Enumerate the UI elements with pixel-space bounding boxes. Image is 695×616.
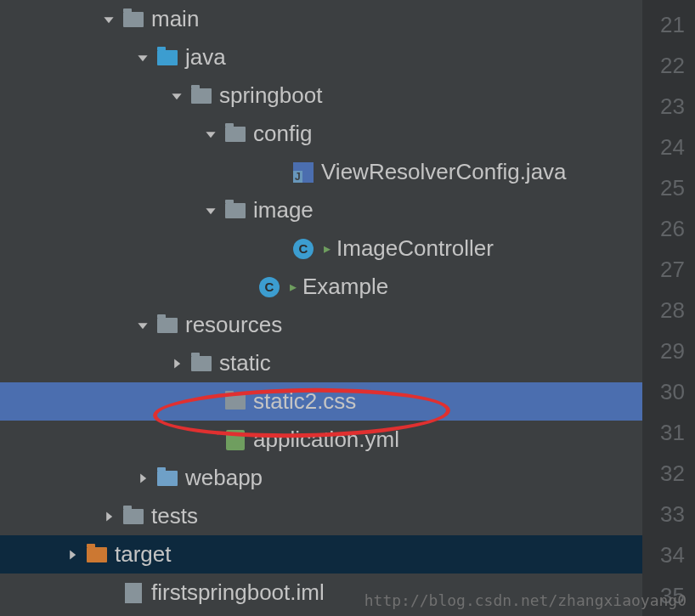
line-number: 25: [642, 167, 695, 208]
runnable-badge-icon: ▸: [321, 243, 333, 255]
expand-arrow-icon[interactable]: [168, 355, 185, 372]
tree-item-label: java: [185, 44, 226, 71]
resources-folder-icon: [156, 314, 178, 336]
tree-item[interactable]: config: [0, 115, 642, 153]
tree-item[interactable]: webapp: [0, 459, 642, 497]
expand-arrow-icon[interactable]: [168, 88, 185, 105]
arrow-spacer: [236, 279, 253, 296]
tree-item[interactable]: static: [0, 344, 642, 382]
tree-item-label: static: [219, 350, 271, 376]
line-number: 24: [642, 127, 695, 167]
package-folder-icon: [190, 353, 212, 375]
tree-item[interactable]: java: [0, 38, 642, 76]
line-number: 23: [642, 86, 695, 127]
arrow-spacer: [270, 240, 287, 257]
tree-item-label: ViewResolverConfig.java: [321, 159, 567, 185]
tree-item-label: config: [253, 121, 312, 147]
expand-arrow-icon[interactable]: [202, 202, 219, 219]
package-folder-icon: [190, 85, 212, 107]
tree-item[interactable]: image: [0, 191, 642, 229]
tree-item-label: static2.css: [253, 388, 356, 415]
project-tree-panel: mainjavaspringbootconfigViewResolverConf…: [0, 0, 642, 616]
line-number: 22: [642, 45, 695, 86]
tree-item[interactable]: tests: [0, 497, 642, 535]
line-number: 21: [642, 4, 695, 45]
tree-item[interactable]: application.yml: [0, 421, 642, 459]
webapp-folder-icon: [156, 467, 178, 489]
iml-file-icon: [122, 582, 144, 604]
folder-icon: [122, 8, 144, 31]
tree-item-label: firstspringboot.iml: [151, 579, 325, 606]
line-number: 27: [642, 249, 695, 290]
package-folder-icon: [224, 200, 246, 222]
tree-item-label: application.yml: [253, 427, 399, 453]
arrow-spacer: [270, 164, 287, 181]
yaml-file-icon: [224, 429, 246, 451]
expand-arrow-icon[interactable]: [100, 508, 117, 525]
line-number: 33: [642, 494, 695, 534]
java-file-icon: [292, 161, 314, 184]
expand-arrow-icon[interactable]: [64, 546, 81, 563]
folder-icon: [122, 506, 144, 528]
tree-item[interactable]: C▸ImageController: [0, 229, 642, 268]
tree-item-label: webapp: [185, 465, 263, 491]
tree-item[interactable]: static2.css: [0, 382, 642, 421]
expand-arrow-icon[interactable]: [100, 11, 117, 28]
line-number: 29: [642, 331, 695, 371]
tree-item[interactable]: main: [0, 0, 642, 38]
tree-item-label: resources: [185, 312, 282, 338]
arrow-spacer: [202, 432, 219, 449]
tree-item[interactable]: springboot: [0, 76, 642, 115]
expand-arrow-icon[interactable]: [134, 470, 151, 487]
line-number: 28: [642, 290, 695, 331]
tree-item[interactable]: target: [0, 535, 642, 574]
expand-arrow-icon[interactable]: [202, 126, 219, 143]
java-folder-icon: [156, 47, 178, 69]
tree-item-label: main: [151, 6, 199, 32]
tree-item-label: target: [115, 541, 172, 568]
tree-item[interactable]: C▸Example: [0, 268, 642, 306]
tree-item-label: springboot: [219, 82, 322, 109]
tree-item-label: tests: [151, 503, 198, 529]
tree-item-label: image: [253, 197, 314, 223]
line-number: 26: [642, 208, 695, 249]
watermark: http://blog.csdn.net/zhangxiaoyang0: [364, 591, 687, 609]
package-folder-icon: [224, 391, 246, 413]
line-number: 32: [642, 453, 695, 494]
arrow-spacer: [100, 585, 117, 602]
runnable-badge-icon: ▸: [287, 281, 299, 293]
line-number: 30: [642, 371, 695, 412]
line-number: 31: [642, 412, 695, 453]
package-folder-icon: [224, 123, 246, 145]
expand-arrow-icon[interactable]: [134, 317, 151, 334]
target-folder-icon: [86, 544, 108, 566]
tree-item[interactable]: resources: [0, 306, 642, 344]
expand-arrow-icon[interactable]: [134, 49, 151, 66]
runnable-class-icon: C: [258, 276, 280, 298]
editor-gutter: 212223242526272829303132333435: [642, 0, 695, 616]
arrow-spacer: [202, 393, 219, 410]
tree-item-label: Example: [302, 274, 388, 300]
class-icon: C: [292, 238, 314, 260]
tree-item[interactable]: ViewResolverConfig.java: [0, 153, 642, 191]
line-number: 34: [642, 534, 695, 575]
tree-item-label: ImageController: [336, 235, 494, 262]
